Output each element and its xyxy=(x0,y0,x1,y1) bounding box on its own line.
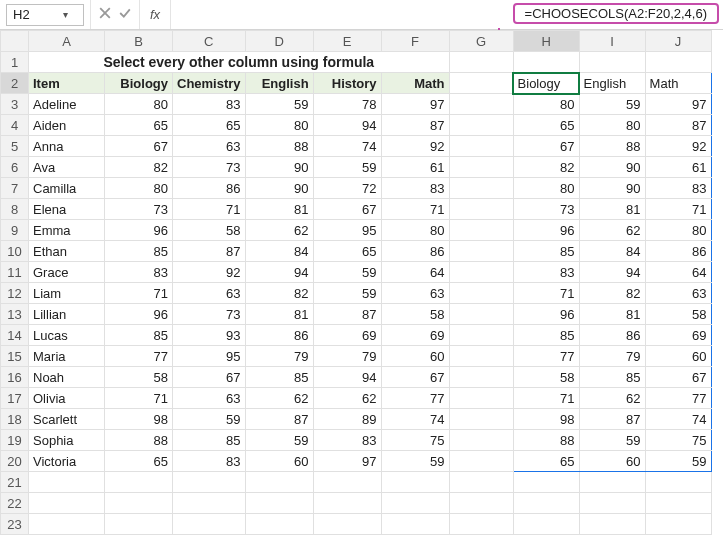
spill-cell[interactable]: 96 xyxy=(513,220,579,241)
row-header[interactable]: 14 xyxy=(1,325,29,346)
data-cell[interactable]: 92 xyxy=(381,136,449,157)
data-cell[interactable]: 71 xyxy=(105,388,173,409)
spill-cell[interactable]: 69 xyxy=(645,325,711,346)
cell[interactable] xyxy=(449,73,513,94)
data-cell[interactable]: Anna xyxy=(29,136,105,157)
spill-cell[interactable]: 94 xyxy=(579,262,645,283)
col-header[interactable]: H xyxy=(513,31,579,52)
col-header[interactable]: G xyxy=(449,31,513,52)
row-header[interactable]: 11 xyxy=(1,262,29,283)
row-header[interactable]: 21 xyxy=(1,472,29,493)
data-cell[interactable]: 79 xyxy=(313,346,381,367)
data-cell[interactable]: Grace xyxy=(29,262,105,283)
data-cell[interactable]: 81 xyxy=(245,199,313,220)
data-cell[interactable]: 64 xyxy=(381,262,449,283)
table-header[interactable]: English xyxy=(245,73,313,94)
cell[interactable] xyxy=(29,472,105,493)
data-cell[interactable]: 63 xyxy=(381,283,449,304)
spill-cell[interactable]: 97 xyxy=(645,94,711,115)
col-header[interactable]: D xyxy=(245,31,313,52)
spill-cell[interactable]: English xyxy=(579,73,645,94)
spill-cell[interactable]: 64 xyxy=(645,262,711,283)
col-header[interactable]: B xyxy=(105,31,173,52)
data-cell[interactable]: Elena xyxy=(29,199,105,220)
data-cell[interactable]: 79 xyxy=(245,346,313,367)
data-cell[interactable]: 87 xyxy=(173,241,246,262)
data-cell[interactable]: 77 xyxy=(105,346,173,367)
data-cell[interactable]: 73 xyxy=(173,304,246,325)
cell[interactable] xyxy=(449,178,513,199)
spill-cell[interactable]: 58 xyxy=(513,367,579,388)
spill-cell[interactable]: 96 xyxy=(513,304,579,325)
data-cell[interactable]: 85 xyxy=(105,241,173,262)
data-cell[interactable]: Ava xyxy=(29,157,105,178)
formula-input[interactable]: =CHOOSECOLS(A2:F20,2,4,6) xyxy=(171,0,723,29)
data-cell[interactable]: 83 xyxy=(173,451,246,472)
spill-cell[interactable]: 73 xyxy=(513,199,579,220)
cell[interactable] xyxy=(645,514,711,535)
data-cell[interactable]: 90 xyxy=(245,178,313,199)
spill-cell[interactable]: 80 xyxy=(513,178,579,199)
table-header[interactable]: History xyxy=(313,73,381,94)
data-cell[interactable]: 81 xyxy=(245,304,313,325)
cell[interactable] xyxy=(105,514,173,535)
data-cell[interactable]: 71 xyxy=(173,199,246,220)
spill-cell[interactable]: 74 xyxy=(645,409,711,430)
data-cell[interactable]: 58 xyxy=(381,304,449,325)
spill-cell[interactable]: 98 xyxy=(513,409,579,430)
data-cell[interactable]: 62 xyxy=(245,220,313,241)
data-cell[interactable]: 96 xyxy=(105,304,173,325)
row-header[interactable]: 10 xyxy=(1,241,29,262)
spill-cell[interactable]: 67 xyxy=(645,367,711,388)
data-cell[interactable]: 65 xyxy=(105,451,173,472)
spill-cell[interactable]: 58 xyxy=(645,304,711,325)
spill-cell[interactable]: 60 xyxy=(645,346,711,367)
data-cell[interactable]: 97 xyxy=(381,94,449,115)
data-cell[interactable]: 83 xyxy=(105,262,173,283)
cell[interactable] xyxy=(313,493,381,514)
data-cell[interactable]: 80 xyxy=(105,178,173,199)
cell[interactable] xyxy=(645,493,711,514)
cell[interactable] xyxy=(513,514,579,535)
spill-cell[interactable]: 65 xyxy=(513,115,579,136)
select-all-corner[interactable] xyxy=(1,31,29,52)
cell[interactable] xyxy=(381,514,449,535)
data-cell[interactable]: 84 xyxy=(245,241,313,262)
data-cell[interactable]: 85 xyxy=(245,367,313,388)
spill-cell[interactable]: 90 xyxy=(579,178,645,199)
row-header[interactable]: 1 xyxy=(1,52,29,73)
data-cell[interactable]: Sophia xyxy=(29,430,105,451)
cell[interactable] xyxy=(313,472,381,493)
data-cell[interactable]: 75 xyxy=(381,430,449,451)
data-cell[interactable]: 96 xyxy=(105,220,173,241)
data-cell[interactable]: Maria xyxy=(29,346,105,367)
data-cell[interactable]: 95 xyxy=(173,346,246,367)
spill-cell[interactable]: 81 xyxy=(579,304,645,325)
cell[interactable] xyxy=(579,514,645,535)
data-cell[interactable]: 63 xyxy=(173,283,246,304)
data-cell[interactable]: 67 xyxy=(173,367,246,388)
cell[interactable] xyxy=(173,514,246,535)
data-cell[interactable]: 59 xyxy=(313,283,381,304)
spill-cell[interactable]: 61 xyxy=(645,157,711,178)
row-header[interactable]: 15 xyxy=(1,346,29,367)
cell[interactable] xyxy=(173,493,246,514)
cell[interactable] xyxy=(513,472,579,493)
data-cell[interactable]: Liam xyxy=(29,283,105,304)
col-header[interactable]: F xyxy=(381,31,449,52)
data-cell[interactable]: 62 xyxy=(245,388,313,409)
data-cell[interactable]: 82 xyxy=(245,283,313,304)
row-header[interactable]: 6 xyxy=(1,157,29,178)
spill-cell[interactable]: Math xyxy=(645,73,711,94)
data-cell[interactable]: 88 xyxy=(245,136,313,157)
spill-cell[interactable]: 71 xyxy=(513,283,579,304)
cell[interactable] xyxy=(449,283,513,304)
spill-cell[interactable]: 59 xyxy=(579,430,645,451)
spill-cell[interactable]: 77 xyxy=(513,346,579,367)
data-cell[interactable]: 62 xyxy=(313,388,381,409)
cell[interactable] xyxy=(105,493,173,514)
data-cell[interactable]: 59 xyxy=(173,409,246,430)
data-cell[interactable]: 65 xyxy=(105,115,173,136)
spill-cell[interactable]: 90 xyxy=(579,157,645,178)
data-cell[interactable]: 72 xyxy=(313,178,381,199)
